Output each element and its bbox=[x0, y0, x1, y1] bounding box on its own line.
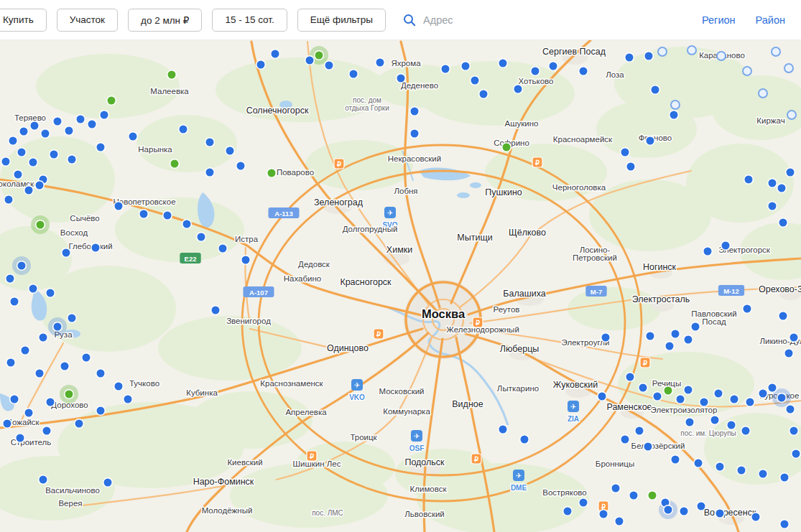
map-marker[interactable] bbox=[6, 358, 16, 368]
map-marker[interactable] bbox=[349, 70, 358, 79]
map-marker[interactable] bbox=[218, 244, 228, 253]
map[interactable]: ₽₽₽₽₽₽₽₽А-113Е22А-107М-7М-12✈SVO✈VKO✈OSF… bbox=[0, 40, 801, 532]
map-canvas[interactable]: ₽₽₽₽₽₽₽₽А-113Е22А-107М-7М-12✈SVO✈VKO✈OSF… bbox=[0, 40, 801, 532]
map-marker[interactable] bbox=[691, 322, 700, 332]
map-marker[interactable] bbox=[182, 220, 192, 229]
map-marker[interactable] bbox=[499, 59, 508, 68]
map-marker[interactable] bbox=[768, 383, 777, 393]
map-marker[interactable] bbox=[563, 507, 573, 516]
map-marker[interactable] bbox=[305, 56, 315, 65]
map-marker[interactable] bbox=[30, 121, 40, 131]
map-marker-new[interactable] bbox=[107, 96, 116, 106]
map-marker[interactable] bbox=[768, 179, 777, 188]
map-marker[interactable] bbox=[461, 62, 471, 71]
map-marker[interactable] bbox=[646, 136, 655, 146]
map-marker[interactable] bbox=[714, 389, 723, 398]
map-marker[interactable] bbox=[211, 306, 221, 315]
map-marker[interactable] bbox=[75, 419, 84, 429]
map-marker[interactable] bbox=[671, 455, 680, 465]
map-marker[interactable] bbox=[35, 369, 45, 378]
map-marker[interactable] bbox=[644, 442, 653, 452]
map-marker[interactable] bbox=[24, 409, 34, 418]
map-marker[interactable] bbox=[790, 426, 799, 436]
map-marker[interactable] bbox=[410, 129, 420, 139]
map-marker[interactable] bbox=[721, 241, 731, 251]
map-marker[interactable] bbox=[626, 373, 635, 382]
filter-object-type[interactable]: Участок bbox=[57, 9, 118, 32]
map-marker[interactable] bbox=[599, 510, 608, 519]
map-marker-viewed[interactable] bbox=[787, 111, 796, 119]
map-marker[interactable] bbox=[21, 346, 30, 355]
map-marker[interactable] bbox=[746, 398, 755, 407]
filter-deal-type[interactable]: Купить bbox=[0, 9, 47, 32]
map-marker[interactable] bbox=[777, 184, 787, 193]
map-marker[interactable] bbox=[531, 67, 540, 76]
map-marker[interactable] bbox=[549, 62, 558, 71]
map-marker[interactable] bbox=[50, 150, 59, 159]
map-marker[interactable] bbox=[129, 132, 138, 141]
map-marker[interactable] bbox=[68, 314, 77, 323]
map-marker[interactable] bbox=[60, 362, 70, 371]
map-marker-new[interactable] bbox=[65, 390, 74, 399]
map-marker[interactable] bbox=[88, 120, 97, 129]
map-marker[interactable] bbox=[441, 65, 450, 74]
map-marker[interactable] bbox=[730, 395, 739, 404]
map-marker[interactable] bbox=[780, 520, 790, 529]
map-marker[interactable] bbox=[786, 405, 795, 414]
map-marker[interactable] bbox=[226, 146, 235, 156]
map-marker[interactable] bbox=[479, 90, 489, 99]
map-marker[interactable] bbox=[65, 126, 74, 136]
map-marker-viewed[interactable] bbox=[743, 67, 751, 75]
map-marker[interactable] bbox=[114, 382, 124, 391]
map-marker[interactable] bbox=[236, 162, 246, 171]
map-marker[interactable] bbox=[615, 517, 624, 526]
map-marker[interactable] bbox=[579, 498, 588, 508]
map-marker[interactable] bbox=[6, 274, 15, 284]
map-marker[interactable] bbox=[96, 406, 106, 416]
map-marker[interactable] bbox=[625, 53, 634, 62]
map-marker[interactable] bbox=[39, 333, 48, 342]
map-marker[interactable] bbox=[743, 304, 752, 314]
map-marker[interactable] bbox=[759, 389, 768, 398]
map-marker[interactable] bbox=[499, 425, 508, 434]
map-marker[interactable] bbox=[780, 473, 790, 482]
map-marker[interactable] bbox=[621, 148, 630, 157]
map-marker[interactable] bbox=[35, 181, 45, 190]
map-marker[interactable] bbox=[651, 85, 660, 95]
map-marker[interactable] bbox=[685, 418, 695, 427]
map-marker[interactable] bbox=[325, 61, 334, 70]
map-marker[interactable] bbox=[703, 247, 713, 256]
map-marker[interactable] bbox=[716, 462, 725, 472]
map-marker[interactable] bbox=[790, 333, 799, 342]
map-marker[interactable] bbox=[744, 175, 754, 185]
map-marker[interactable] bbox=[710, 416, 720, 425]
map-marker[interactable] bbox=[598, 392, 607, 401]
map-marker[interactable] bbox=[716, 509, 725, 518]
map-marker[interactable] bbox=[768, 202, 777, 211]
map-marker-new[interactable] bbox=[648, 491, 657, 500]
map-marker[interactable] bbox=[792, 449, 801, 459]
map-marker[interactable] bbox=[653, 392, 662, 401]
map-marker[interactable] bbox=[197, 233, 206, 242]
map-marker-new[interactable] bbox=[502, 143, 511, 152]
map-marker[interactable] bbox=[9, 136, 18, 146]
map-marker[interactable] bbox=[205, 168, 215, 177]
map-marker[interactable] bbox=[697, 502, 706, 511]
map-marker[interactable] bbox=[29, 284, 38, 294]
map-marker-new[interactable] bbox=[167, 70, 177, 80]
map-marker[interactable] bbox=[759, 470, 768, 479]
filter-more-filters[interactable]: Ещё фильтры bbox=[297, 9, 386, 32]
map-marker[interactable] bbox=[727, 421, 736, 430]
map-marker[interactable] bbox=[29, 158, 38, 167]
map-marker[interactable] bbox=[24, 186, 34, 195]
map-marker[interactable] bbox=[664, 505, 673, 515]
map-marker[interactable] bbox=[103, 478, 113, 487]
map-marker[interactable] bbox=[53, 322, 62, 332]
map-marker-new[interactable] bbox=[36, 220, 45, 230]
map-marker-viewed[interactable] bbox=[784, 64, 793, 73]
map-marker[interactable] bbox=[42, 426, 52, 436]
map-marker[interactable] bbox=[471, 76, 480, 85]
map-marker[interactable] bbox=[139, 210, 149, 219]
map-marker[interactable] bbox=[611, 484, 621, 493]
map-marker[interactable] bbox=[751, 513, 761, 522]
